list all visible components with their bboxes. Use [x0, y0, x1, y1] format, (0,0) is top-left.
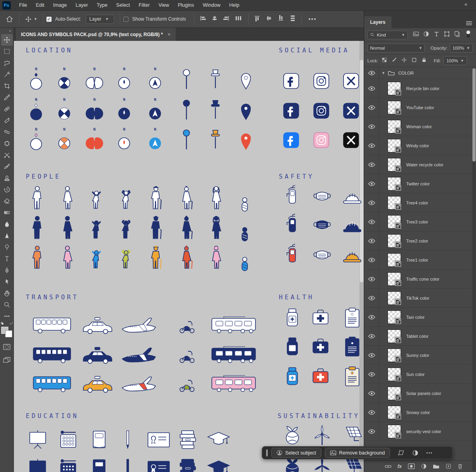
dodge-tool[interactable]	[1, 241, 13, 253]
filter-adjustment-icon[interactable]	[423, 31, 430, 39]
layer-row[interactable]: Tablet color	[364, 327, 476, 346]
align-middle-v-icon[interactable]	[264, 13, 274, 25]
layer-thumbnail[interactable]	[388, 177, 401, 191]
layer-effects-icon[interactable]: fx	[397, 464, 402, 469]
patch-tool[interactable]	[1, 126, 13, 138]
menu-type[interactable]: Type	[92, 0, 112, 11]
layer-thumbnail[interactable]	[388, 425, 401, 438]
lasso-tool[interactable]	[1, 57, 13, 69]
layer-thumbnail[interactable]	[388, 329, 401, 343]
filter-smart-object-icon[interactable]	[454, 31, 461, 39]
history-brush-tool[interactable]	[1, 184, 13, 195]
panel-menu-icon[interactable]	[466, 20, 472, 27]
align-center-h-icon[interactable]	[209, 13, 220, 25]
visibility-toggle[interactable]	[364, 270, 379, 288]
tab-layers[interactable]: Layers	[364, 16, 392, 28]
pen-tool[interactable]	[1, 264, 13, 276]
filter-type-icon[interactable]	[433, 31, 440, 39]
type-tool[interactable]	[1, 253, 13, 264]
brush-tool[interactable]	[1, 161, 13, 172]
layers-scrollbar[interactable]	[472, 68, 476, 471]
align-right-icon[interactable]	[221, 13, 232, 25]
remove-background-button[interactable]: Remove background	[325, 448, 390, 458]
menu-edit[interactable]: Edit	[31, 0, 49, 11]
layer-thumbnail[interactable]	[388, 196, 401, 210]
layer-row[interactable]: TikTok color	[364, 289, 476, 308]
transform-icon[interactable]	[396, 450, 407, 456]
delete-layer-icon[interactable]	[457, 463, 463, 470]
layer-thumbnail[interactable]	[388, 310, 401, 324]
edit-toolbar[interactable]	[1, 310, 13, 322]
filter-shape-icon[interactable]	[443, 31, 450, 39]
content-aware-move-tool[interactable]	[1, 149, 13, 161]
sharpen-tool[interactable]	[1, 230, 13, 241]
object-selection-tool[interactable]	[1, 69, 13, 80]
document-tab[interactable]: ICONS AND SYMBOLS PACK.psd @ 70,9% (text…	[16, 28, 176, 41]
visibility-toggle[interactable]	[364, 384, 379, 403]
new-group-icon[interactable]	[433, 464, 440, 469]
more-options-icon[interactable]: •••	[305, 16, 321, 22]
layer-thumbnail[interactable]	[388, 253, 401, 267]
visibility-toggle[interactable]	[364, 250, 379, 269]
layer-thumbnail[interactable]	[388, 215, 401, 229]
visibility-toggle[interactable]	[364, 155, 379, 174]
visibility-toggle[interactable]	[364, 308, 379, 326]
layer-thumbnail[interactable]	[388, 158, 401, 171]
lock-artboard-icon[interactable]	[411, 57, 417, 65]
layer-row[interactable]: Sun color	[364, 365, 476, 384]
layer-row[interactable]: Recycle bin color	[364, 79, 476, 98]
visibility-toggle[interactable]	[364, 231, 379, 250]
layer-row[interactable]: security vest color	[364, 422, 476, 441]
layer-row[interactable]: Traffic cone color	[364, 270, 476, 289]
gradient-tool[interactable]	[1, 207, 13, 218]
new-layer-icon[interactable]	[445, 463, 451, 469]
quick-mask-icon[interactable]	[1, 341, 13, 353]
screen-mode-icon[interactable]	[1, 354, 13, 366]
clone-stamp-tool[interactable]	[1, 172, 13, 184]
default-colors-icon[interactable]	[1, 322, 4, 325]
visibility-toggle[interactable]	[364, 117, 379, 136]
auto-select-checkbox[interactable]: ✓	[46, 17, 52, 22]
filter-image-icon[interactable]	[413, 31, 419, 39]
layer-row[interactable]: Woman color	[364, 117, 476, 136]
blend-mode-dropdown[interactable]: Normal▼	[367, 44, 425, 52]
visibility-toggle[interactable]	[364, 67, 379, 79]
blur-tool[interactable]	[1, 218, 13, 230]
visibility-toggle[interactable]	[364, 289, 379, 307]
distribute-h-icon[interactable]	[233, 13, 245, 25]
healing-brush-tool[interactable]	[1, 115, 13, 126]
rectangular-marquee-tool[interactable]	[1, 46, 13, 57]
menu-layer[interactable]: Layer	[71, 0, 92, 11]
layer-thumbnail[interactable]	[388, 368, 401, 381]
layer-row[interactable]: Snowy color	[364, 403, 476, 422]
visibility-toggle[interactable]	[364, 365, 379, 383]
layer-thumbnail[interactable]	[388, 82, 401, 95]
auto-select-target-dropdown[interactable]: Layer▼	[86, 15, 114, 24]
layer-thumbnail[interactable]	[388, 272, 401, 286]
layer-row[interactable]: Twitter color	[364, 174, 476, 193]
menu-view[interactable]: View	[154, 0, 173, 11]
link-layers-icon[interactable]	[385, 464, 392, 469]
layer-mask-icon[interactable]	[408, 463, 415, 469]
layer-filter-kind[interactable]: Kind▼	[367, 31, 408, 39]
adjustment-layer-icon[interactable]	[421, 463, 427, 469]
visibility-toggle[interactable]	[364, 422, 379, 441]
layer-thumbnail[interactable]	[388, 101, 401, 114]
remove-tool[interactable]	[1, 138, 13, 149]
layer-row[interactable]: Taxi color	[364, 308, 476, 327]
lock-pixels-icon[interactable]	[391, 57, 397, 65]
layer-row[interactable]: Tree1 color	[364, 250, 476, 270]
visibility-toggle[interactable]	[364, 212, 379, 231]
layer-row[interactable]: Windy color	[364, 136, 476, 155]
eyedropper-tool[interactable]	[1, 92, 13, 103]
menu-file[interactable]: File	[15, 0, 31, 11]
crop-tool[interactable]	[1, 80, 13, 92]
layer-group-color[interactable]: ▼COLOR	[364, 67, 476, 79]
align-bottom-icon[interactable]	[276, 13, 286, 25]
menu-filter[interactable]: Filter	[134, 0, 154, 11]
toolbar-expand-icon[interactable]: »	[9, 28, 13, 34]
menu-help[interactable]: Help	[225, 0, 244, 11]
opacity-value[interactable]: 100%▼	[450, 44, 473, 52]
layer-thumbnail[interactable]	[388, 234, 401, 248]
show-transform-checkbox[interactable]	[123, 17, 129, 22]
